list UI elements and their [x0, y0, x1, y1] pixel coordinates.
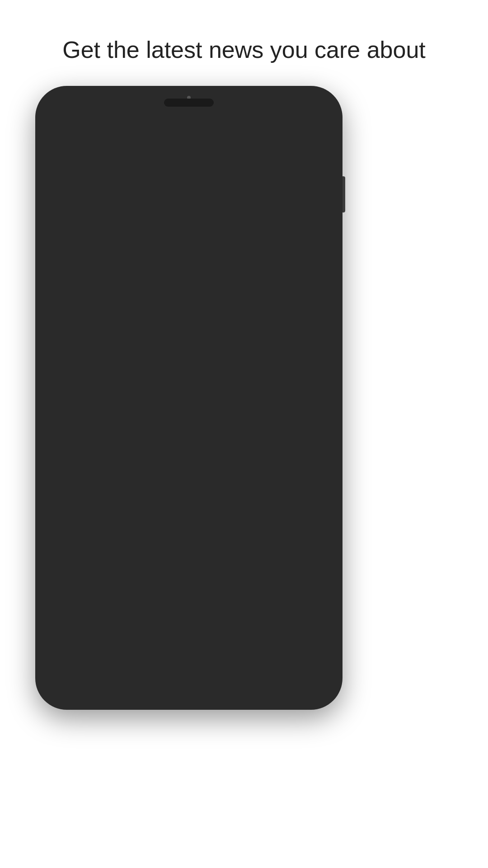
nav-title-text: Home	[160, 146, 205, 165]
post-1-time: Just now	[103, 206, 142, 217]
post-2-username: Poydpoydpoyd	[103, 419, 227, 433]
page-headline: Get the latest news you care about	[35, 0, 453, 86]
post-2-time: 2 min ago	[103, 435, 147, 446]
svg-point-0	[247, 129, 249, 131]
like-icon	[61, 374, 77, 390]
hamburger-menu-button[interactable]	[59, 151, 74, 160]
svg-rect-4	[266, 121, 268, 131]
post-2-meta: 2 min ago From Weibo.intl	[103, 435, 227, 447]
home-icon	[86, 650, 104, 668]
bottom-nav	[48, 638, 330, 679]
discover-icon	[180, 650, 198, 668]
svg-rect-18	[219, 377, 228, 387]
signal-icon	[258, 121, 268, 131]
svg-point-14	[181, 290, 197, 308]
post-1-image-1[interactable]	[61, 275, 144, 356]
svg-rect-15	[180, 309, 198, 340]
phone-button-right	[343, 176, 345, 212]
search-button[interactable]	[299, 146, 319, 165]
svg-point-8	[303, 150, 312, 159]
search-icon	[301, 147, 317, 164]
status-time: 12:30	[293, 120, 321, 132]
post-2-source: From Weibo.intl	[158, 435, 227, 446]
feed-area: ⬆ New weibo	[48, 175, 330, 679]
svg-point-27	[176, 527, 202, 556]
post-2-content: 馬上就有新的作品啦，謝謝支持！ @bobby	[61, 458, 317, 477]
svg-line-9	[311, 158, 316, 162]
post-1-user-details: GDRAGON Just now Fr	[103, 189, 169, 217]
post-2-user-info: V Poydpoydpoyd 2 min ago From Weibo.intl	[61, 415, 227, 450]
svg-rect-6	[283, 125, 284, 127]
svg-point-20	[297, 380, 301, 384]
svg-rect-17	[267, 309, 285, 340]
post-1-more-button[interactable]: ∨	[308, 186, 317, 201]
post-2-text: 馬上就有新的作品啦，謝謝支持！	[61, 460, 250, 474]
post-1-images	[61, 275, 317, 356]
phone-mockup: 12:30 Home ▾	[35, 86, 343, 710]
post-1-like-count: 163k	[81, 376, 105, 388]
svg-rect-29	[184, 554, 194, 563]
bottom-nav-discover[interactable]	[142, 639, 236, 679]
svg-rect-2	[261, 126, 263, 131]
battery-icon	[272, 122, 285, 130]
post-1-image-3[interactable]	[234, 275, 317, 356]
menu-line-2	[59, 155, 74, 156]
post-2-image-content	[155, 513, 223, 613]
post-2-header: V Poydpoydpoyd 2 min ago From Weibo.intl	[61, 415, 317, 450]
svg-rect-31	[199, 544, 207, 590]
svg-point-16	[267, 290, 284, 308]
status-bar: 12:30	[48, 117, 330, 136]
post-1-comment-button[interactable]: 40k	[139, 374, 217, 390]
svg-rect-13	[94, 309, 112, 340]
verified-badge-gdragon: V	[83, 209, 95, 221]
compose-fab-button[interactable]	[280, 589, 316, 625]
post-2-mention[interactable]: @bobby	[254, 460, 301, 474]
svg-rect-30	[171, 544, 178, 590]
status-icons: 12:30	[242, 120, 321, 132]
arrow-up-icon: ⬆	[156, 247, 164, 259]
post-1-image-2-content	[171, 286, 207, 345]
post-1-username: GDRAGON	[103, 189, 169, 204]
bottom-nav-notifications[interactable]	[236, 639, 330, 679]
post-1-share-button[interactable]	[295, 373, 317, 391]
post-1-repost-count: 264k	[238, 376, 261, 388]
post-1-image-2[interactable]	[147, 275, 231, 356]
post-2-user-details: Poydpoydpoyd 2 min ago From Weibo.intl	[103, 419, 227, 447]
verified-badge-poyd: V	[83, 438, 95, 450]
bell-icon	[274, 650, 292, 668]
new-weibo-text: New weibo	[169, 246, 222, 259]
svg-point-10	[70, 189, 85, 206]
post-1-image-1-content	[84, 286, 121, 345]
svg-point-19	[306, 376, 310, 379]
post-card-2: V Poydpoydpoyd 2 min ago From Weibo.intl	[48, 405, 330, 622]
svg-rect-35	[93, 662, 97, 665]
nav-bar: Home ▾	[48, 136, 330, 175]
post-1-like-button[interactable]: 163k	[61, 374, 139, 390]
post-1-repost-button[interactable]: 264k	[217, 374, 295, 390]
pencil-icon	[290, 598, 307, 615]
bottom-nav-home[interactable]	[48, 639, 142, 679]
post-1-comment-count: 40k	[160, 376, 177, 388]
svg-rect-7	[272, 124, 282, 128]
new-weibo-toast[interactable]: ⬆ New weibo	[144, 241, 235, 264]
share-icon	[295, 373, 313, 391]
page-container: Get the latest news you care about	[35, 0, 453, 710]
post-1-image-3-content	[258, 286, 294, 345]
svg-rect-1	[258, 127, 260, 131]
post-2-more-button[interactable]: ∨	[308, 415, 317, 430]
menu-line-3	[59, 159, 74, 160]
post-card-1: V GDRAGON Just now Fr	[48, 175, 330, 399]
svg-line-22	[301, 378, 306, 381]
svg-rect-3	[263, 123, 265, 131]
post-1-source: Fr	[153, 206, 163, 217]
post-1-action-bar: 163k 40k	[61, 364, 317, 399]
svg-line-23	[301, 383, 306, 386]
svg-point-24	[70, 419, 85, 435]
svg-point-32	[182, 539, 186, 542]
phone-screen: 12:30 Home ▾	[48, 117, 330, 679]
svg-point-21	[306, 385, 310, 388]
svg-point-12	[94, 290, 111, 308]
post-2-see-translation[interactable]: See Translation	[61, 483, 317, 496]
post-1-user-info: V GDRAGON Just now Fr	[61, 186, 169, 221]
nav-title[interactable]: Home ▾	[160, 146, 214, 165]
